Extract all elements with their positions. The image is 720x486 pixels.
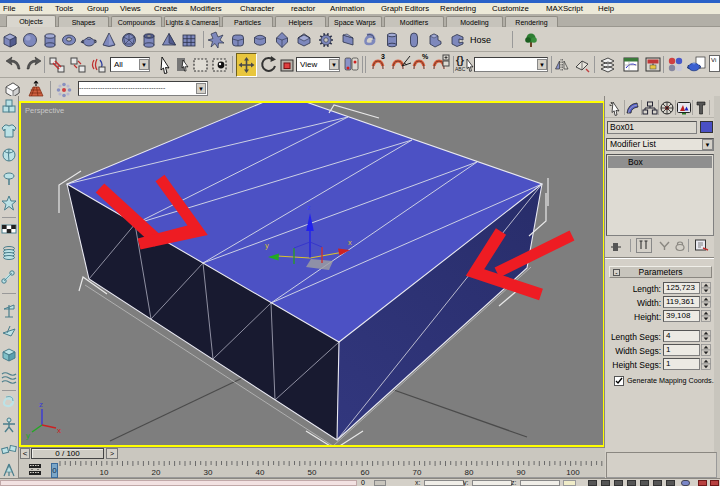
svg-text:x: x: [348, 238, 352, 247]
svg-text:y: y: [26, 431, 30, 440]
svg-text:z: z: [307, 203, 311, 212]
svg-text:z: z: [39, 400, 43, 409]
svg-text:y: y: [265, 241, 269, 250]
svg-text:Perspective: Perspective: [25, 106, 64, 115]
svg-text:x: x: [57, 426, 61, 435]
